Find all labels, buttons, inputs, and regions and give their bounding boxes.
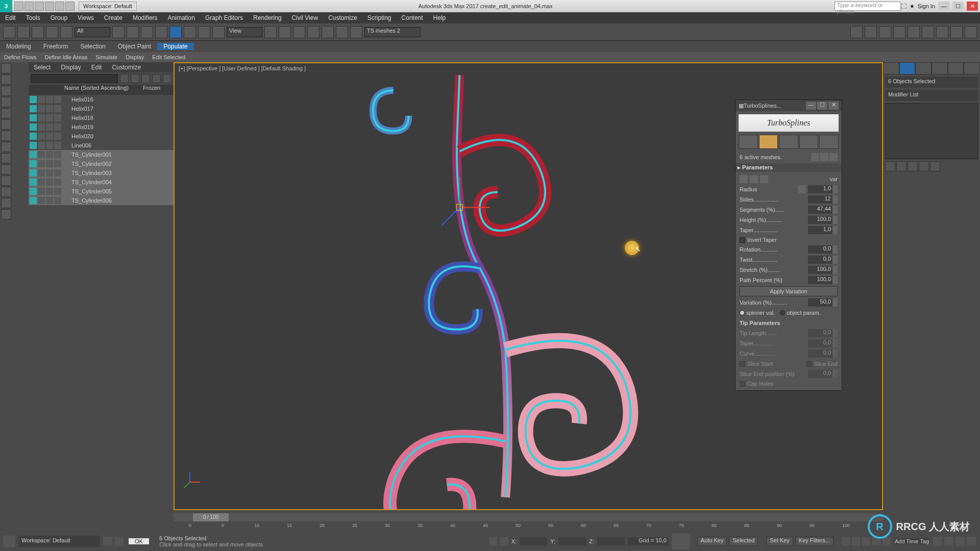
scene-icon[interactable] xyxy=(1,119,11,130)
ribbon-objectpaint[interactable]: Object Paint xyxy=(112,43,157,50)
turbo-select-icon[interactable] xyxy=(820,153,828,161)
menu-customize[interactable]: Customize xyxy=(323,14,362,21)
object-name-field[interactable]: 6 Objects Selected xyxy=(885,77,978,88)
subribbon-defineidle[interactable]: Define Idle Areas xyxy=(41,54,92,60)
menu-tools[interactable]: Tools xyxy=(21,14,45,21)
favorites-icon[interactable]: ★ xyxy=(910,3,915,10)
scene-search-input[interactable] xyxy=(31,74,118,83)
scene-icon[interactable] xyxy=(1,74,11,85)
display-tab[interactable] xyxy=(948,62,964,74)
turbo-set1-icon[interactable] xyxy=(740,175,748,183)
spinner-snap-button[interactable] xyxy=(336,26,348,38)
help-search[interactable]: Type a keyword or phrase xyxy=(835,2,901,11)
turbo-refresh-icon[interactable] xyxy=(811,153,819,161)
maximize-button[interactable]: ☐ xyxy=(952,2,964,11)
selected-dropdown[interactable]: Selected xyxy=(729,537,758,546)
menu-animation[interactable]: Animation xyxy=(163,14,200,21)
z-input[interactable] xyxy=(597,537,625,545)
select-button[interactable] xyxy=(112,26,125,38)
config-icon[interactable] xyxy=(930,161,940,171)
clear-icon[interactable] xyxy=(120,74,129,83)
mirror-button[interactable] xyxy=(850,26,863,38)
ribbon-modeling[interactable]: Modeling xyxy=(0,43,37,50)
scene-icon[interactable] xyxy=(1,108,11,118)
placement-button[interactable] xyxy=(212,26,225,38)
align-button[interactable] xyxy=(865,26,877,38)
menu-help[interactable]: Help xyxy=(428,14,451,21)
qat-redo-icon[interactable] xyxy=(55,2,64,11)
scene-icon[interactable] xyxy=(1,86,11,96)
ribbon-selection[interactable]: Selection xyxy=(74,43,111,50)
minimize-button[interactable]: — xyxy=(938,2,949,11)
scene-icon[interactable] xyxy=(1,131,11,141)
addtimetag-button[interactable]: Add Time Tag xyxy=(895,538,929,544)
maxscript-icon[interactable] xyxy=(3,535,15,547)
scene-row[interactable]: TS_Cylinder001 xyxy=(29,150,174,159)
menu-scripting[interactable]: Scripting xyxy=(362,14,397,21)
col-frozen[interactable]: Frozen xyxy=(143,85,174,95)
close-button[interactable]: ✕ xyxy=(967,2,978,11)
render-frame-button[interactable] xyxy=(950,26,963,38)
move-button[interactable] xyxy=(169,26,182,38)
ribbon-populate[interactable]: Populate xyxy=(157,43,193,50)
turbo-close[interactable]: ✕ xyxy=(828,102,839,110)
scene-row[interactable]: Helix020 xyxy=(29,132,174,141)
prev-frame-icon[interactable] xyxy=(852,537,860,545)
qat-link-icon[interactable] xyxy=(65,2,75,11)
modifier-stack[interactable] xyxy=(885,103,978,159)
refcoord-dropdown[interactable]: View xyxy=(227,27,262,37)
layers-icon[interactable] xyxy=(103,537,112,546)
time-slider[interactable]: 0 / 100 05101520253035404550556065707580… xyxy=(174,513,883,532)
modify-tab[interactable] xyxy=(899,62,916,74)
scene-tab-edit[interactable]: Edit xyxy=(86,62,107,72)
modifier-list-dropdown[interactable]: Modifier List xyxy=(885,90,978,101)
menu-grapheditors[interactable]: Graph Editors xyxy=(200,14,248,21)
subribbon-display[interactable]: Display xyxy=(121,54,148,60)
scene-row[interactable]: Helix018 xyxy=(29,113,174,122)
keyfilters-button[interactable]: Key Filters... xyxy=(795,537,834,546)
autokey-button[interactable]: Auto Key xyxy=(697,537,727,546)
cap-holes-checkbox[interactable] xyxy=(740,381,745,387)
scene-explorer-icon[interactable] xyxy=(114,537,124,546)
show-end-icon[interactable] xyxy=(896,161,906,171)
turbosplines-titlebar[interactable]: ▦ TurboSplines... — ☐ ✕ xyxy=(736,100,842,111)
slice-start-checkbox[interactable] xyxy=(740,361,745,367)
manip-button[interactable] xyxy=(279,26,291,38)
ribbon-freeform[interactable]: Freeform xyxy=(37,43,75,50)
bind-button[interactable] xyxy=(60,26,72,38)
big-key-button[interactable] xyxy=(672,533,690,549)
collapse-icon[interactable] xyxy=(163,74,172,83)
turbo-tab-2[interactable] xyxy=(759,135,778,149)
invert-taper-checkbox[interactable] xyxy=(740,237,745,243)
turbo-set2-icon[interactable] xyxy=(750,175,758,183)
turbo-parameters-header[interactable]: ▸ Parameters xyxy=(736,163,842,172)
named-selection[interactable]: TS meshes 2 xyxy=(364,27,421,37)
scene-row[interactable]: TS_Cylinder004 xyxy=(29,178,174,187)
scene-row[interactable]: TS_Cylinder002 xyxy=(29,159,174,168)
lock-selection-icon[interactable] xyxy=(489,537,497,545)
turbo-minimize[interactable]: — xyxy=(806,102,816,110)
time-slider-handle[interactable]: 0 / 100 xyxy=(193,513,229,521)
variation-spinner[interactable] xyxy=(832,298,838,307)
qat-undo-icon[interactable] xyxy=(45,2,54,11)
link-button[interactable] xyxy=(32,26,44,38)
angle-snap-button[interactable] xyxy=(307,26,320,38)
material-editor-button[interactable] xyxy=(922,26,934,38)
variation-value[interactable]: 50,0 xyxy=(808,298,832,307)
qat-new-icon[interactable] xyxy=(14,2,23,11)
menu-civilview[interactable]: Civil View xyxy=(286,14,323,21)
apply-variation-button[interactable]: Apply Variation xyxy=(740,286,838,296)
col-name[interactable]: Name (Sorted Ascending) xyxy=(62,85,143,95)
turbosplines-dialog[interactable]: ▦ TurboSplines... — ☐ ✕ TurboSplines 6 a… xyxy=(735,99,842,391)
time-ruler[interactable]: 0510152025303540455055606570758085909510… xyxy=(174,521,883,532)
snap-button[interactable] xyxy=(293,26,305,38)
turbo-tab-help[interactable] xyxy=(819,135,839,149)
unique-icon[interactable] xyxy=(908,161,918,171)
expand-icon[interactable] xyxy=(152,74,161,83)
turbo-set3-icon[interactable] xyxy=(760,175,768,183)
rect-select-button[interactable] xyxy=(141,26,153,38)
menu-views[interactable]: Views xyxy=(72,14,99,21)
signin-button[interactable]: Sign In xyxy=(918,3,935,9)
workspace-status[interactable]: Workspace: Default xyxy=(18,536,100,547)
abs-rel-icon[interactable] xyxy=(500,537,508,545)
